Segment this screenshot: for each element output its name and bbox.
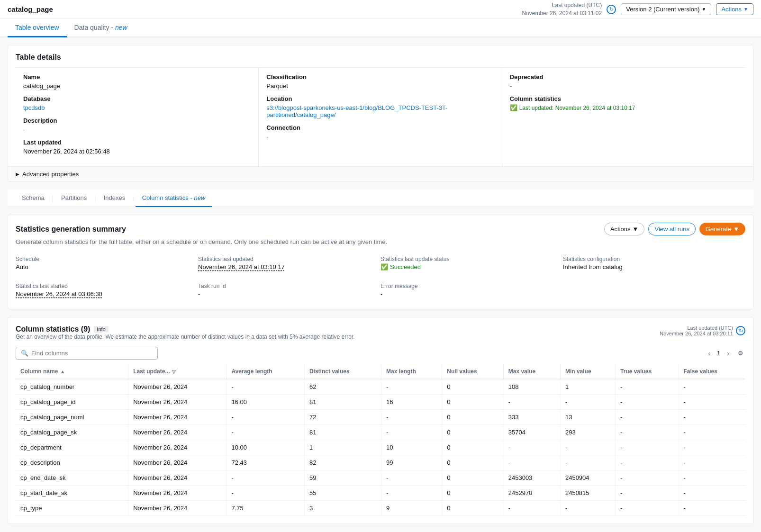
col-stats-last-updated: Last updated (UTC) November 26, 2024 at … — [660, 325, 745, 336]
search-icon: 🔍 — [21, 350, 28, 357]
search-box[interactable]: 🔍 — [16, 347, 158, 360]
table-row: cp_departmentNovember 26, 202410.001100-… — [16, 440, 745, 455]
table-row: cp_start_date_skNovember 26, 2024-55-024… — [16, 486, 745, 501]
table-row: cp_catalog_page_numlNovember 26, 2024-72… — [16, 410, 745, 425]
details-col-1: Name catalog_page Database tpcdsdb Descr… — [16, 68, 259, 166]
table-row: cp_catalog_page_skNovember 26, 2024-81-0… — [16, 425, 745, 440]
generate-button[interactable]: Generate ▼ — [699, 223, 745, 235]
tab-schema[interactable]: Schema — [15, 189, 51, 207]
tab-data-quality[interactable]: Data quality - new — [67, 19, 135, 37]
th-false-values[interactable]: False values — [679, 364, 745, 379]
table-details-grid: Name catalog_page Database tpcdsdb Descr… — [16, 67, 745, 166]
actions-button-top[interactable]: Actions ▼ — [716, 3, 753, 15]
stats-summary-grid-2: Statistics last started November 26, 202… — [16, 279, 745, 301]
description-section: Description - — [23, 117, 251, 133]
th-last-update[interactable]: Last update... ▽ — [128, 364, 226, 379]
table-details-card: Table details Name catalog_page Database… — [8, 45, 753, 182]
last-updated-info: Last updated (UTC) November 26, 2024 at … — [522, 1, 602, 18]
refresh-icon-col-stats[interactable]: ↻ — [736, 326, 745, 335]
tab-indexes[interactable]: Indexes — [97, 189, 132, 207]
table-row: cp_typeNovember 26, 20247.75390---- — [16, 501, 745, 516]
col-stats-header: Column statistics (9) Info Get an overvi… — [16, 325, 745, 345]
sort-asc-icon: ▲ — [60, 369, 65, 374]
th-max-value[interactable]: Max value — [503, 364, 560, 379]
schedule-cell: Schedule Auto — [16, 252, 198, 274]
tab-column-statistics[interactable]: Column statistics - new — [136, 189, 212, 207]
stats-summary-title: Statistics generation summary — [16, 225, 126, 234]
page-number: 1 — [717, 350, 720, 357]
next-page-button[interactable]: › — [724, 348, 732, 359]
version-button[interactable]: Version 2 (Current version) ▼ — [621, 3, 711, 15]
stats-summary-grid: Schedule Auto Statistics last updated No… — [16, 252, 745, 274]
top-bar: catalog_page Last updated (UTC) November… — [0, 0, 761, 19]
table-row: cp_descriptionNovember 26, 202472.438299… — [16, 455, 745, 470]
stats-summary-header: Statistics generation summary Actions ▼ … — [16, 223, 745, 235]
tab-table-overview[interactable]: Table overview — [8, 19, 67, 37]
last-updated-section: Last updated November 26, 2024 at 02:56:… — [23, 139, 251, 155]
column-statistics-table: Column name ▲ Last update... ▽ Average l… — [16, 364, 745, 516]
sub-tabs-bar: Schema | Partitions | Indexes | Column s… — [8, 189, 753, 207]
stats-last-updated-cell: Statistics last updated November 26, 202… — [198, 252, 380, 274]
advanced-properties-toggle[interactable]: ▶ Advanced properties — [8, 166, 753, 181]
actions-button-stats[interactable]: Actions ▼ — [604, 223, 645, 235]
error-message-cell: Error message - — [380, 279, 563, 301]
th-true-values[interactable]: True values — [616, 364, 679, 379]
table-row: cp_end_date_skNovember 26, 2024-59-02453… — [16, 470, 745, 486]
stats-summary-card: Statistics generation summary Actions ▼ … — [8, 215, 753, 309]
database-section: Database tpcdsdb — [23, 95, 251, 111]
tab-partitions[interactable]: Partitions — [54, 189, 93, 207]
check-circle-icon: ✅ — [510, 104, 517, 111]
stats-buttons: Actions ▼ View all runs Generate ▼ — [604, 223, 745, 235]
th-min-value[interactable]: Min value — [560, 364, 615, 379]
table-row: cp_catalog_numberNovember 26, 2024-62-01… — [16, 379, 745, 395]
location-section: Location s3://blogpost-sparkoneks-us-eas… — [266, 95, 494, 118]
column-statistics-card: Column statistics (9) Info Get an overvi… — [8, 317, 753, 524]
main-tabs: Table overview Data quality - new — [0, 19, 761, 37]
settings-icon[interactable]: ⚙ — [736, 348, 745, 359]
name-section: Name catalog_page — [23, 73, 251, 90]
table-row: cp_catalog_page_idNovember 26, 202416.00… — [16, 395, 745, 410]
stats-config-cell: Statistics configuration Inherited from … — [563, 252, 745, 274]
page-title: catalog_page — [8, 5, 53, 13]
table-details-title: Table details — [16, 53, 745, 62]
deprecated-section: Deprecated - — [510, 73, 738, 90]
chevron-down-icon: ▼ — [733, 225, 739, 233]
th-max-length[interactable]: Max length — [381, 364, 442, 379]
chevron-down-icon: ▼ — [702, 7, 707, 12]
th-avg-length[interactable]: Average length — [226, 364, 304, 379]
th-distinct-values[interactable]: Distinct values — [304, 364, 381, 379]
view-all-runs-button[interactable]: View all runs — [648, 223, 695, 235]
chevron-down-icon: ▼ — [633, 225, 639, 233]
th-null-values[interactable]: Null values — [442, 364, 503, 379]
sort-icon: ▽ — [172, 369, 176, 374]
triangle-icon: ▶ — [16, 171, 19, 177]
column-statistics-table-container: Column name ▲ Last update... ▽ Average l… — [16, 364, 745, 516]
col-stats-section: Column statistics ✅ Last updated: Novemb… — [510, 95, 738, 111]
top-bar-right: Last updated (UTC) November 26, 2024 at … — [522, 1, 753, 18]
search-pagination-row: 🔍 ‹ 1 › ⚙ — [16, 347, 745, 360]
refresh-icon[interactable]: ↻ — [607, 5, 616, 14]
prev-page-button[interactable]: ‹ — [705, 348, 713, 359]
stats-last-started-cell: Statistics last started November 26, 202… — [16, 279, 198, 301]
task-run-id-cell: Task run Id - — [198, 279, 380, 301]
main-content: Table details Name catalog_page Database… — [0, 37, 761, 532]
pagination: ‹ 1 › ⚙ — [705, 348, 745, 359]
connection-section: Connection - — [266, 124, 494, 140]
details-col-3: Deprecated - Column statistics ✅ Last up… — [502, 68, 745, 166]
th-col-name[interactable]: Column name ▲ — [16, 364, 128, 379]
empty-cell — [563, 279, 745, 301]
chevron-down-icon: ▼ — [743, 7, 748, 12]
search-input[interactable] — [31, 350, 153, 357]
details-col-2: Classification Parquet Location s3://blo… — [259, 68, 502, 166]
col-stats-description: Get an overview of the data profile. We … — [16, 334, 354, 340]
info-badge[interactable]: Info — [94, 326, 108, 333]
col-stats-title: Column statistics (9) — [16, 325, 90, 334]
col-stats-title-area: Column statistics (9) Info Get an overvi… — [16, 325, 354, 345]
classification-section: Classification Parquet — [266, 73, 494, 90]
stats-summary-description: Generate column statistics for the full … — [16, 238, 745, 245]
stats-last-update-status-cell: Statistics last update status ✅ Succeede… — [380, 252, 563, 274]
success-icon: ✅ — [380, 263, 388, 271]
